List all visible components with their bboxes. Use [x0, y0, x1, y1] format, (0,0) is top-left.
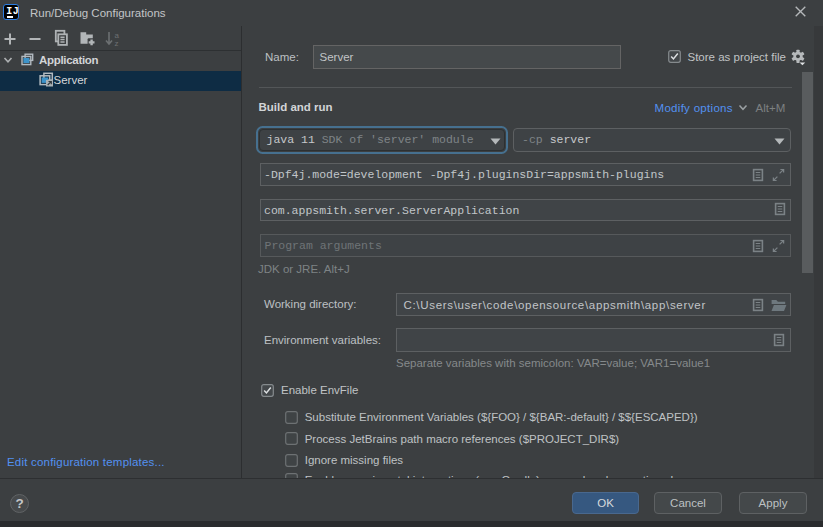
svg-text:z: z	[115, 39, 119, 47]
